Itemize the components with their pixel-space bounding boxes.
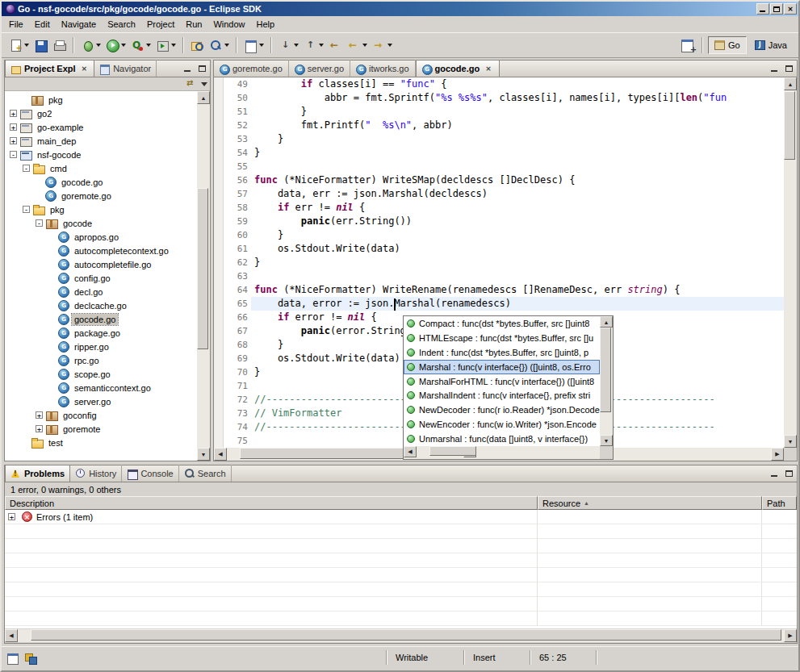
tree-item-goremote-go[interactable]: goremote.go xyxy=(5,189,197,202)
problems-horizontal-scrollbar[interactable]: ◀ ▶ xyxy=(5,629,797,642)
tree-expander-icon[interactable]: - xyxy=(23,206,30,213)
row-expander-icon[interactable]: + xyxy=(8,513,15,520)
tree-item-go2[interactable]: +go2 xyxy=(5,106,197,120)
run-last-button[interactable] xyxy=(129,35,153,55)
maximize-button[interactable] xyxy=(770,3,783,15)
tree-item-pkg[interactable]: pkg xyxy=(5,93,197,106)
code-line[interactable]: 59 panic(err.String()) xyxy=(214,215,784,228)
tree-expander-icon[interactable]: + xyxy=(10,137,17,144)
minimize-problems-button[interactable] xyxy=(769,468,781,479)
close-button[interactable]: × xyxy=(784,3,797,15)
completion-item[interactable]: Indent : func(dst *bytes.Buffer, src []u… xyxy=(404,345,600,360)
minimize-view-button[interactable] xyxy=(182,63,194,74)
completion-item[interactable]: Unmarshal : func(data []uint8, v interfa… xyxy=(404,432,600,446)
tree-item-autocompletefile-go[interactable]: autocompletefile.go xyxy=(5,257,197,271)
dropdown-arrow-icon[interactable] xyxy=(387,44,392,47)
link-with-editor-icon[interactable] xyxy=(186,79,198,89)
forward-button[interactable] xyxy=(371,35,394,55)
dropdown-arrow-icon[interactable] xyxy=(224,44,229,47)
tree-item-autocompletecontext-go[interactable]: autocompletecontext.go xyxy=(5,244,197,257)
explorer-scrollbar[interactable]: ▲ ▼ xyxy=(197,91,210,461)
scroll-right-icon[interactable]: ▶ xyxy=(784,629,797,642)
menu-item-search[interactable]: Search xyxy=(102,17,141,31)
editor-tab-gocode-go[interactable]: gocode.go× xyxy=(416,60,500,77)
scrollbar-thumb[interactable] xyxy=(429,446,476,456)
tree-expander-icon[interactable]: - xyxy=(23,165,30,172)
scroll-left-icon[interactable]: ◀ xyxy=(214,448,227,461)
tree-item-ripper-go[interactable]: ripper.go xyxy=(5,340,197,353)
run-button[interactable] xyxy=(104,35,128,55)
completion-item[interactable]: Marshal : func(v interface{}) ([]uint8, … xyxy=(404,360,600,374)
scroll-left-icon[interactable]: ◀ xyxy=(404,446,417,457)
scrollbar-thumb[interactable] xyxy=(784,91,795,160)
tree-expander-icon[interactable]: + xyxy=(10,123,17,131)
menu-item-run[interactable]: Run xyxy=(180,17,207,31)
tree-expander-icon[interactable]: + xyxy=(10,110,17,117)
completion-item[interactable]: NewEncoder : func(w io.Writer) *json.Enc… xyxy=(404,417,600,432)
code-line[interactable]: 51 } xyxy=(214,105,784,119)
next-annotation-button[interactable] xyxy=(277,35,300,55)
code-line[interactable]: 50 abbr = fmt.Sprintf("%s %s%s", classes… xyxy=(214,91,784,105)
dropdown-arrow-icon[interactable] xyxy=(96,44,101,47)
code-line[interactable]: 56func (*NiceFormatter) WriteSMap(declde… xyxy=(214,173,784,187)
code-line[interactable]: 65 data, error := json.Marshal(renamedes… xyxy=(214,297,784,311)
close-tab-icon[interactable]: × xyxy=(80,65,90,73)
code-line[interactable]: 49 if classes[i] == "func" { xyxy=(214,77,784,91)
column-header-resource[interactable]: Resource▲ xyxy=(538,496,762,510)
view-tab-navigator[interactable]: Navigator xyxy=(94,60,157,77)
completion-item[interactable]: HTMLEscape : func(dst *bytes.Buffer, src… xyxy=(404,331,600,345)
close-tab-icon[interactable]: × xyxy=(484,65,493,73)
popup-vertical-scrollbar[interactable]: ▲ ▼ xyxy=(600,316,613,446)
menu-item-help[interactable]: Help xyxy=(251,17,281,31)
completion-item[interactable]: NewDecoder : func(r io.Reader) *json.Dec… xyxy=(404,403,600,417)
perspective-go-button[interactable]: Go xyxy=(708,36,747,54)
tree-expander-icon[interactable]: + xyxy=(36,425,43,432)
dropdown-arrow-icon[interactable] xyxy=(146,44,151,47)
tree-item-cmd[interactable]: -cmd xyxy=(5,161,197,175)
scroll-down-icon[interactable]: ▼ xyxy=(197,448,210,461)
tree-item-gocode-go[interactable]: gocode.go xyxy=(5,312,197,326)
scrollbar-thumb[interactable] xyxy=(31,629,781,641)
tree-item-scope-go[interactable]: scope.go xyxy=(5,367,197,381)
problem-row[interactable]: +Errors (1 item) xyxy=(5,510,797,524)
dropdown-arrow-icon[interactable] xyxy=(171,44,176,47)
tree-item-go-example[interactable]: +go-example xyxy=(5,120,197,134)
scroll-right-icon[interactable]: ▶ xyxy=(771,448,784,461)
column-header-path[interactable]: Path xyxy=(762,496,797,510)
title-bar[interactable]: Go - nsf-gocode/src/pkg/gocode/gocode.go… xyxy=(2,2,798,16)
tree-item-gocode[interactable]: -gocode xyxy=(5,216,197,230)
code-line[interactable]: 53 } xyxy=(214,132,784,146)
search-button[interactable] xyxy=(207,35,231,55)
tree-item-nsf-gocode[interactable]: -nsf-gocode xyxy=(5,148,197,161)
view-tab-console[interactable]: Console xyxy=(122,465,178,482)
view-tab-history[interactable]: History xyxy=(70,465,122,482)
tree-item-server-go[interactable]: server.go xyxy=(5,394,197,408)
perspective-java-button[interactable]: Java xyxy=(748,36,794,54)
open-element-button[interactable] xyxy=(189,35,206,55)
completion-item[interactable]: Compact : func(dst *bytes.Buffer, src []… xyxy=(404,316,600,331)
view-tab-project-expl[interactable]: Project Expl× xyxy=(5,60,94,77)
dropdown-arrow-icon[interactable] xyxy=(259,44,264,47)
new-button[interactable] xyxy=(7,35,31,55)
completion-item[interactable]: MarshalIndent : func(v interface{}, pref… xyxy=(404,388,600,403)
scroll-up-icon[interactable]: ▲ xyxy=(197,91,210,104)
fast-view-icon[interactable] xyxy=(5,650,19,664)
dropdown-arrow-icon[interactable] xyxy=(362,44,367,47)
tree-expander-icon[interactable]: - xyxy=(10,151,17,158)
menu-item-navigate[interactable]: Navigate xyxy=(56,17,102,31)
view-tab-search[interactable]: Search xyxy=(179,465,232,482)
last-edit-location-button[interactable] xyxy=(327,35,344,55)
dropdown-arrow-icon[interactable] xyxy=(121,44,126,47)
view-tab-problems[interactable]: Problems xyxy=(5,465,70,482)
new-element-button[interactable] xyxy=(242,35,266,55)
popup-horizontal-scrollbar[interactable]: ◀ ▶ xyxy=(404,446,600,459)
maximize-editor-button[interactable] xyxy=(783,63,795,74)
scroll-left-icon[interactable]: ◀ xyxy=(5,629,18,642)
view-menu-icon[interactable] xyxy=(201,82,207,86)
tree-item-config-go[interactable]: config.go xyxy=(5,271,197,285)
maximize-problems-button[interactable] xyxy=(783,468,795,479)
tree-item-semanticcontext-go[interactable]: semanticcontext.go xyxy=(5,381,197,394)
completion-item[interactable]: MarshalForHTML : func(v interface{}) ([]… xyxy=(404,374,600,389)
dropdown-arrow-icon[interactable] xyxy=(319,44,324,47)
code-line[interactable]: 61 os.Stdout.Write(data) xyxy=(214,242,784,256)
